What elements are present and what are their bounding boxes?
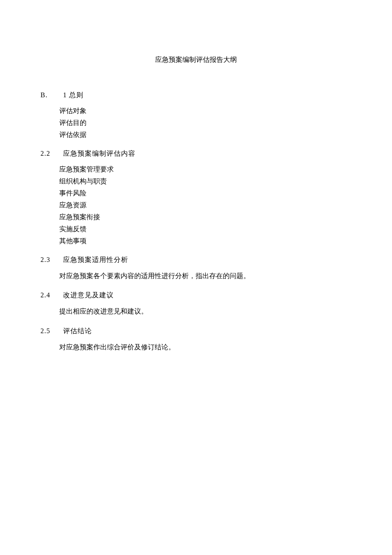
list-item: 评估对象 (59, 105, 352, 117)
section-label: 改进意见及建议 (63, 291, 114, 299)
section-label: 1 总则 (63, 91, 84, 99)
section-body: 对应急预案各个要素内容的适用性进行分析，指出存在的问题。 (40, 270, 352, 282)
list-item: 应急预案衔接 (59, 211, 352, 223)
section-number: 2.4 (40, 291, 61, 299)
document-title: 应急预案编制评估报告大纲 (40, 55, 352, 64)
list-item: 其他事项 (59, 235, 352, 247)
section-heading: 2.5 评估结论 (40, 327, 352, 336)
section-label: 评估结论 (63, 327, 92, 334)
section-heading: 2.2 应急预案编制评估内容 (40, 149, 352, 158)
list-item: 评估目的 (59, 117, 352, 129)
section-number: 2.5 (40, 327, 61, 335)
section-body: 对应急预案作出综合评价及修订结论。 (40, 341, 352, 354)
section-label: 应急预案编制评估内容 (63, 150, 135, 157)
section-list: 评估对象 评估目的 评估依据 (40, 105, 352, 141)
list-item: 实施反馈 (59, 223, 352, 235)
list-item: 事件风险 (59, 187, 352, 199)
list-item: 评估依据 (59, 129, 352, 141)
section-label: 应急预案适用性分析 (63, 256, 128, 263)
section-heading: 2.3 应急预案适用性分析 (40, 256, 352, 264)
list-item: 组织机构与职责 (59, 175, 352, 187)
section-number: 2.3 (40, 256, 61, 264)
list-item: 应急资源 (59, 199, 352, 211)
section-body: 提出相应的改进意见和建议。 (40, 305, 352, 318)
list-item: 应急预案管理要求 (59, 163, 352, 175)
section-heading: 2.4 改进意见及建议 (40, 291, 352, 300)
section-list: 应急预案管理要求 组织机构与职责 事件风险 应急资源 应急预案衔接 实施反馈 其… (40, 163, 352, 247)
section-number: 2.2 (40, 150, 61, 157)
section-heading: B. 1 总则 (40, 91, 352, 100)
section-number: B. (40, 91, 61, 99)
